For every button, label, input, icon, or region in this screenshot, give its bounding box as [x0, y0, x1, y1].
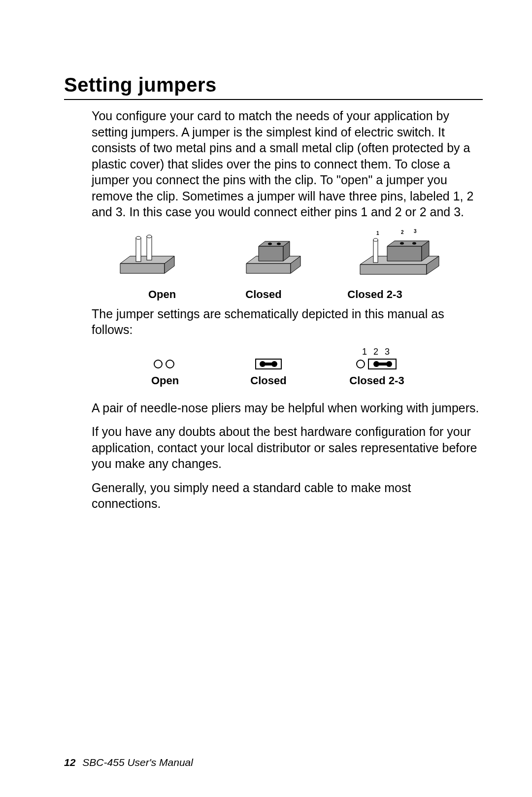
book-title: SBC-455 User's Manual: [82, 757, 193, 768]
schematic-closed23-icon: [355, 358, 399, 370]
svg-marker-8: [246, 264, 291, 273]
page-number: 12: [64, 757, 75, 768]
paragraph-cable: Generally, you simply need a standard ca…: [92, 480, 483, 512]
svg-marker-16: [360, 265, 427, 274]
svg-point-24: [412, 242, 416, 244]
schematic-closed-icon: [254, 358, 283, 370]
svg-point-25: [154, 360, 162, 368]
caption-closed: Closed: [227, 288, 300, 301]
svg-point-13: [268, 242, 272, 245]
jumper-open-icon: [110, 229, 184, 283]
pin-label-3: 3: [414, 229, 417, 234]
svg-point-6: [147, 235, 152, 238]
paragraph-pliers: A pair of needle-nose pliers may be help…: [92, 400, 483, 416]
svg-marker-11: [259, 246, 283, 261]
svg-rect-18: [373, 240, 378, 263]
paragraph-intro: You configure your card to match the nee…: [92, 108, 483, 220]
title-rule: [64, 99, 483, 100]
paragraph-schematic-lead: The jumper settings are schematically de…: [92, 306, 483, 338]
schematic-caption-closed23: Closed 2-3: [342, 374, 411, 387]
svg-point-14: [277, 242, 281, 245]
page-footer: 12SBC-455 User's Manual: [64, 757, 193, 768]
schematic-open-icon: [150, 358, 180, 370]
schematic-caption-closed: Closed: [239, 374, 298, 387]
schematic-caption-open: Open: [135, 374, 195, 387]
paragraph-doubts: If you have any doubts about the best ha…: [92, 424, 483, 472]
jumper-schematic-row: 1 2 3: [64, 347, 483, 371]
jumper-3d-closed: [224, 229, 323, 285]
svg-rect-30: [263, 363, 274, 365]
schematic-closed: [239, 347, 298, 371]
svg-rect-35: [376, 363, 389, 365]
schematic-captions: Open Closed Closed 2-3: [64, 374, 483, 387]
svg-rect-3: [136, 238, 141, 262]
jumper-closed23-icon: 1 2 3: [353, 229, 446, 283]
section-title: Setting jumpers: [64, 74, 483, 96]
jumper-3d-figure-row: 1 2 3: [64, 229, 483, 285]
svg-marker-1: [120, 264, 165, 273]
pin-label-1: 1: [376, 231, 379, 236]
jumper-closed-icon: [236, 229, 310, 283]
svg-point-4: [136, 236, 141, 239]
svg-rect-5: [147, 236, 152, 260]
svg-point-31: [357, 360, 365, 368]
caption-open: Open: [125, 288, 199, 301]
jumper-3d-closed23: 1 2 3: [350, 229, 449, 285]
svg-point-23: [400, 242, 404, 244]
schematic-closed23: 1 2 3: [342, 347, 411, 371]
svg-point-26: [166, 360, 174, 368]
schematic-pin-numbers: 1 2 3: [342, 347, 411, 357]
jumper-3d-captions: Open Closed Closed 2-3: [64, 288, 483, 301]
pin-label-2: 2: [401, 230, 404, 235]
jumper-3d-open: [98, 229, 197, 285]
schematic-open: [135, 347, 195, 371]
svg-marker-21: [387, 246, 422, 261]
caption-closed23: Closed 2-3: [328, 288, 422, 301]
svg-point-19: [373, 238, 378, 241]
